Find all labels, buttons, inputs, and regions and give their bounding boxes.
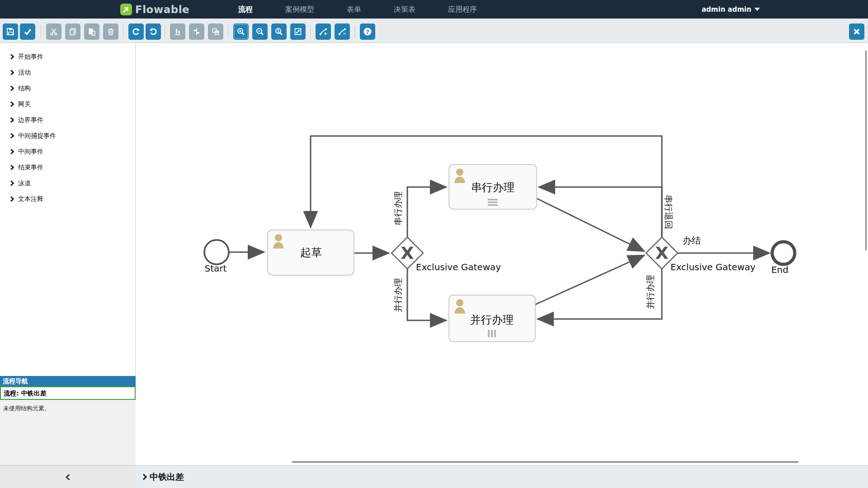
- palette-group-activities[interactable]: 活动: [0, 65, 135, 80]
- chevron-right-icon: [10, 101, 14, 107]
- palette-group-label: 中间事件: [18, 148, 43, 156]
- nav-item-decision-tables[interactable]: 决策表: [394, 0, 415, 19]
- palette-group-label: 结束事件: [18, 164, 43, 172]
- sequential-multi-instance-marker: [488, 199, 498, 206]
- start-event-label: Start: [205, 263, 227, 274]
- nav-item-apps[interactable]: 应用程序: [448, 0, 477, 19]
- toolbar-separator: [310, 25, 311, 38]
- toolbar-separator: [228, 25, 228, 38]
- help-button[interactable]: ?: [360, 23, 375, 40]
- top-navbar: Flowable 流程 案例模型 表单 决策表 应用程序 admin admin: [0, 0, 868, 19]
- palette-group-label: 活动: [18, 69, 31, 77]
- palette-group-end-events[interactable]: 结束事件: [0, 160, 135, 175]
- edge-label-serial-return: 串行退回: [664, 195, 674, 229]
- gateway-1-label: Exclusive Gateway: [416, 262, 501, 272]
- gateway-x-marker: X: [401, 243, 414, 263]
- task-serial[interactable]: 串行办理: [449, 164, 537, 209]
- task-draft[interactable]: 起草: [268, 230, 354, 275]
- palette-group-label: 泳道: [18, 179, 31, 188]
- palette-group-label: 文本注释: [18, 195, 43, 203]
- palette-group-label: 边界事件: [18, 116, 43, 124]
- flowable-logo-icon: [120, 4, 132, 15]
- validate-button[interactable]: [20, 23, 35, 40]
- bpmn-diagram: Start 起草 X Exclusive Gateway 串行办理: [136, 43, 868, 465]
- end-event[interactable]: [772, 242, 795, 264]
- user-menu[interactable]: admin admin: [702, 0, 760, 19]
- palette-group-swimlanes[interactable]: 泳道: [0, 175, 135, 191]
- nav-item-processes[interactable]: 流程: [238, 0, 253, 19]
- redo-icon: [132, 27, 141, 36]
- nav-item-case-models[interactable]: 案例模型: [285, 0, 314, 19]
- align-vertical-button[interactable]: [170, 23, 185, 40]
- task-label: 起草: [300, 246, 322, 259]
- nav-item-forms[interactable]: 表单: [347, 0, 361, 19]
- add-bendpoint-button[interactable]: [316, 23, 331, 40]
- vertical-scrollbar[interactable]: [865, 51, 867, 250]
- start-event[interactable]: [204, 240, 229, 264]
- zoom-out-icon: [255, 27, 264, 36]
- palette-group-start-events[interactable]: 开始事件: [0, 49, 135, 65]
- palette-group-text-annotation[interactable]: 文本注释: [0, 191, 135, 207]
- align-horizontal-button[interactable]: [189, 23, 204, 40]
- edge-label-finish: 办结: [683, 235, 701, 246]
- copy-button[interactable]: [65, 23, 80, 40]
- chevron-right-icon: [10, 164, 14, 170]
- navigator-note: 未使用结构元素。: [0, 400, 136, 465]
- close-icon: [852, 27, 861, 36]
- palette-group-boundary-events[interactable]: 边界事件: [0, 112, 135, 128]
- redo-button[interactable]: [128, 23, 144, 40]
- undo-button[interactable]: [146, 23, 161, 40]
- editor-toolbar: 1 ?: [0, 19, 868, 43]
- svg-text:1: 1: [277, 29, 280, 33]
- brand-text: Flowable: [135, 4, 189, 15]
- zoom-in-button[interactable]: [233, 23, 249, 40]
- edge-gateway2-return-parallel[interactable]: [538, 269, 662, 319]
- zoom-in-icon: [236, 27, 245, 36]
- delete-button[interactable]: [103, 23, 118, 40]
- edge-label-parallel-return: 并行办理: [645, 275, 655, 309]
- task-parallel[interactable]: 并行办理: [449, 295, 535, 342]
- palette-group-intermediate-catching-events[interactable]: 中间捕捉事件: [0, 128, 135, 144]
- chevron-right-icon: [10, 117, 14, 123]
- palette-group-structural[interactable]: 结构: [0, 80, 135, 96]
- navigator-current-process[interactable]: 流程: 中铁出差: [0, 386, 136, 400]
- task-label: 并行办理: [470, 314, 514, 326]
- edge-gateway1-to-parallel[interactable]: [407, 269, 446, 320]
- chevron-right-icon: [10, 70, 14, 75]
- close-editor-button[interactable]: [849, 23, 864, 40]
- shape-palette: 开始事件 活动 结构 网关 边界事件 中间捕捉事件 中间事件 结束事件 泳道 文…: [0, 43, 136, 376]
- remove-bendpoint-icon: [338, 27, 347, 36]
- remove-bendpoint-button[interactable]: [335, 23, 350, 40]
- chevron-left-icon[interactable]: [65, 474, 71, 481]
- paste-icon: [87, 27, 96, 36]
- copy-icon: [68, 27, 77, 36]
- toolbar-separator: [354, 25, 355, 38]
- edge-parallel-to-gateway2[interactable]: [535, 255, 644, 305]
- edge-gateway1-to-serial[interactable]: [407, 187, 446, 237]
- zoom-out-button[interactable]: [252, 23, 268, 40]
- toolbar-separator: [123, 25, 123, 38]
- breadcrumb[interactable]: 中铁出差: [142, 471, 184, 483]
- save-button[interactable]: [3, 23, 18, 40]
- align-vertical-icon: [173, 27, 182, 36]
- same-size-button[interactable]: [208, 23, 223, 40]
- palette-group-label: 结构: [18, 84, 31, 93]
- diagram-canvas[interactable]: Start 起草 X Exclusive Gateway 串行办理: [136, 43, 868, 465]
- horizontal-scrollbar[interactable]: [292, 461, 798, 463]
- end-event-label: End: [771, 264, 788, 275]
- edge-label-to-serial: 串行办理: [393, 191, 403, 225]
- help-icon: ?: [363, 27, 373, 37]
- paste-button[interactable]: [84, 23, 99, 40]
- edge-serial-to-gateway2[interactable]: [537, 198, 644, 251]
- palette-group-intermediate-events[interactable]: 中间事件: [0, 144, 135, 160]
- bottom-bar: 中铁出差: [136, 465, 868, 488]
- zoom-fit-button[interactable]: [290, 23, 306, 40]
- palette-collapse-bar: [0, 465, 136, 488]
- palette-group-gateways[interactable]: 网关: [0, 96, 135, 112]
- cut-button[interactable]: [46, 23, 61, 40]
- zoom-fit-icon: [293, 27, 302, 36]
- add-bendpoint-icon: [319, 27, 328, 36]
- user-menu-label: admin admin: [702, 5, 751, 14]
- zoom-actual-button[interactable]: 1: [271, 23, 287, 40]
- toolbar-separator: [165, 25, 165, 38]
